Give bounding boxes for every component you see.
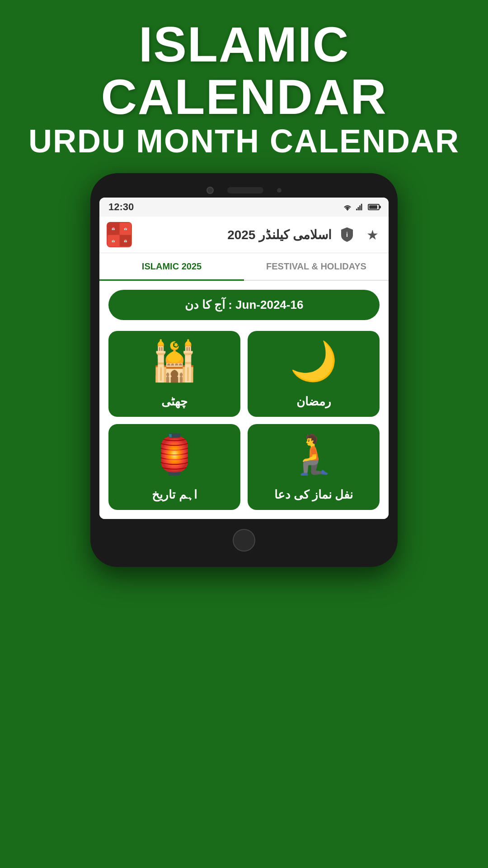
prayer-emoji: 🧎 xyxy=(290,435,338,473)
wifi-icon xyxy=(343,203,352,211)
favorite-button[interactable]: ★ xyxy=(363,226,381,244)
card-chhuti-label: چھٹی xyxy=(161,395,188,409)
card-nafl-prayer[interactable]: 🧎 نفل نماز کی دعا xyxy=(248,424,380,510)
main-title: ISLAMIC CALENDAR xyxy=(9,18,479,123)
phone-screen: 12:30 xyxy=(99,198,389,519)
shield-info-icon: i xyxy=(340,227,354,242)
card-chhuti[interactable]: 🕌 چھٹی xyxy=(108,331,240,417)
card-important-dates-label: اہم تاریخ xyxy=(152,488,197,502)
star-icon: ★ xyxy=(366,227,379,243)
svg-rect-1 xyxy=(356,209,357,211)
status-icons xyxy=(343,203,380,211)
phone-bottom-area xyxy=(99,519,389,558)
screen-content: 16-Jun-2024 : آج کا دن 🕌 چھٹی 🌙 رمضان xyxy=(99,281,389,519)
tabs: ISLAMIC 2025 FESTIVAL & HOLIDAYS xyxy=(99,253,389,281)
app-bar: 📅 📅 📅 📅 اسلامی کیلنڈر 2025 i xyxy=(99,217,389,253)
svg-rect-4 xyxy=(361,204,362,210)
cards-grid: 🕌 چھٹی 🌙 رمضان 🏮 اہم تاریخ xyxy=(108,331,380,510)
date-text: 16-Jun-2024 : آج کا دن xyxy=(122,298,366,312)
header-section: ISLAMIC CALENDAR URDU MONTH CALENDAR xyxy=(0,0,488,169)
svg-point-0 xyxy=(347,209,348,211)
app-bar-actions: i ★ xyxy=(338,226,381,244)
card-ramadan-label: رمضان xyxy=(296,395,331,409)
sensor xyxy=(277,188,282,193)
lantern-emoji: 🏮 xyxy=(150,435,198,473)
front-camera xyxy=(206,187,214,194)
status-time: 12:30 xyxy=(108,201,134,213)
svg-text:i: i xyxy=(346,231,348,238)
phone-mockup: 12:30 xyxy=(90,173,398,567)
info-button[interactable]: i xyxy=(338,226,356,244)
svg-rect-3 xyxy=(359,205,361,210)
card-nafl-prayer-label: نفل نماز کی دعا xyxy=(274,488,353,502)
moon-emoji: 🌙 xyxy=(290,342,338,380)
phone-top xyxy=(99,182,389,198)
sub-title: URDU MONTH CALENDAR xyxy=(9,123,479,160)
signal-icon xyxy=(356,203,364,211)
home-button[interactable] xyxy=(233,529,255,552)
tab-islamic-2025[interactable]: ISLAMIC 2025 xyxy=(99,253,244,280)
phone-outer: 12:30 xyxy=(90,173,398,567)
card-ramadan[interactable]: 🌙 رمضان xyxy=(248,331,380,417)
mosque-emoji: 🕌 xyxy=(150,342,198,380)
svg-rect-2 xyxy=(358,207,359,210)
card-important-dates[interactable]: 🏮 اہم تاریخ xyxy=(108,424,240,510)
battery-icon xyxy=(368,204,380,210)
speaker-grille xyxy=(227,187,263,193)
date-bar: 16-Jun-2024 : آج کا دن xyxy=(108,290,380,320)
app-title: اسلامی کیلنڈر 2025 xyxy=(138,227,332,242)
app-icon: 📅 📅 📅 📅 xyxy=(107,222,132,247)
tab-festivals[interactable]: FESTIVAL & HOLIDAYS xyxy=(244,253,389,280)
status-bar: 12:30 xyxy=(99,198,389,217)
